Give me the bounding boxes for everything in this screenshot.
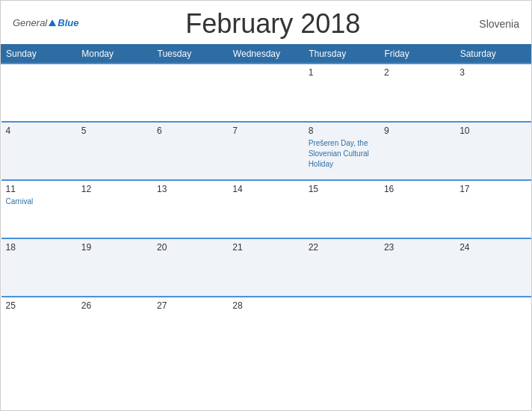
day-number: 15 [309, 184, 375, 194]
day-number: 4 [6, 126, 72, 136]
header-monday: Monday [77, 45, 152, 64]
day-cell [1, 64, 77, 122]
day-cell [228, 64, 303, 122]
day-cell: 18 [1, 238, 77, 297]
event-label: Prešeren Day, the Slovenian Cultural Hol… [309, 139, 369, 168]
week-row-2: 45678Prešeren Day, the Slovenian Cultura… [1, 122, 531, 180]
day-number: 23 [384, 242, 451, 253]
calendar-container: General Blue February 2018 Slovenia Sund… [0, 0, 532, 411]
logo-text: General [13, 17, 47, 28]
calendar-table: Sunday Monday Tuesday Wednesday Thursday… [1, 44, 531, 355]
day-number: 5 [81, 126, 148, 136]
svg-marker-0 [49, 19, 56, 26]
week-row-5: 25262728 [1, 297, 531, 355]
header-wednesday: Wednesday [228, 45, 303, 64]
day-cell: 27 [152, 297, 228, 355]
day-cell: 13 [152, 180, 228, 238]
event-label: Carnival [6, 197, 34, 206]
week-row-1: 123 [1, 64, 531, 122]
day-cell: 11Carnival [1, 180, 77, 238]
day-cell [455, 297, 531, 355]
day-number: 1 [309, 67, 375, 78]
logo-triangle-icon [48, 17, 57, 31]
day-number: 13 [157, 184, 223, 194]
day-cell: 7 [228, 122, 303, 180]
day-cell [380, 297, 455, 355]
day-number: 7 [232, 126, 299, 136]
week-row-3: 11Carnival121314151617 [1, 180, 531, 238]
day-number: 19 [81, 242, 148, 253]
day-cell [152, 64, 228, 122]
day-cell: 2 [380, 64, 455, 122]
weekday-header-row: Sunday Monday Tuesday Wednesday Thursday… [1, 45, 531, 64]
day-number: 28 [232, 300, 299, 311]
page-title: February 2018 [78, 8, 467, 40]
day-cell: 24 [455, 238, 531, 297]
day-cell: 1 [304, 64, 380, 122]
day-number: 2 [384, 67, 451, 78]
header-tuesday: Tuesday [152, 45, 228, 64]
day-number: 9 [384, 126, 451, 136]
day-number: 12 [81, 184, 148, 194]
day-number: 18 [6, 242, 72, 253]
day-cell: 15 [304, 180, 380, 238]
day-cell: 4 [1, 122, 77, 180]
day-number: 10 [460, 126, 526, 136]
day-cell: 26 [77, 297, 152, 355]
header-friday: Friday [380, 45, 455, 64]
day-number: 16 [384, 184, 451, 194]
day-number: 6 [157, 126, 223, 136]
day-cell: 20 [152, 238, 228, 297]
day-cell: 21 [228, 238, 303, 297]
header-saturday: Saturday [455, 45, 531, 64]
day-cell: 10 [455, 122, 531, 180]
day-cell: 19 [77, 238, 152, 297]
day-cell: 9 [380, 122, 455, 180]
day-cell [304, 297, 380, 355]
day-number: 27 [157, 300, 223, 311]
day-number: 8 [309, 126, 375, 136]
day-cell: 25 [1, 297, 77, 355]
day-cell: 3 [455, 64, 531, 122]
day-number: 14 [232, 184, 299, 194]
day-number: 24 [460, 242, 526, 253]
day-cell: 22 [304, 238, 380, 297]
calendar-header: General Blue February 2018 Slovenia [1, 1, 531, 44]
day-cell: 8Prešeren Day, the Slovenian Cultural Ho… [304, 122, 380, 180]
country-label: Slovenia [467, 18, 519, 30]
day-number: 20 [157, 242, 223, 253]
day-cell: 17 [455, 180, 531, 238]
header-thursday: Thursday [304, 45, 380, 64]
day-number: 21 [232, 242, 299, 253]
day-number: 22 [309, 242, 375, 253]
day-cell: 16 [380, 180, 455, 238]
day-cell: 5 [77, 122, 152, 180]
day-cell: 23 [380, 238, 455, 297]
day-number: 3 [460, 67, 526, 78]
day-cell: 14 [228, 180, 303, 238]
day-number: 17 [460, 184, 526, 194]
day-number: 26 [81, 300, 148, 311]
day-cell: 6 [152, 122, 228, 180]
day-cell [77, 64, 152, 122]
week-row-4: 18192021222324 [1, 238, 531, 297]
day-number: 11 [6, 184, 72, 194]
day-number: 25 [6, 300, 72, 311]
logo-blue-text: Blue [58, 17, 78, 28]
header-sunday: Sunday [1, 45, 77, 64]
logo: General Blue [13, 17, 78, 31]
day-cell: 12 [77, 180, 152, 238]
day-cell: 28 [228, 297, 303, 355]
